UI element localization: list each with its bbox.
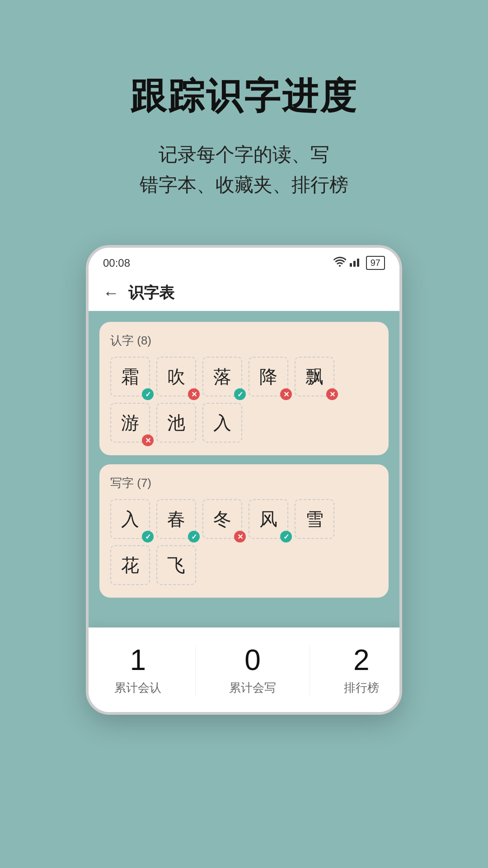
recognize-number: 1 (130, 646, 146, 675)
badge-red: ✕ (326, 388, 338, 400)
write-number: 0 (244, 646, 261, 675)
app-header: ← 识字表 (89, 274, 399, 311)
back-button[interactable]: ← (103, 283, 119, 302)
char-cell-落[interactable]: 落 ✓ (202, 357, 242, 396)
svg-rect-2 (357, 259, 359, 267)
char-cell-雪[interactable]: 雪 (295, 499, 334, 539)
svg-rect-1 (353, 261, 356, 267)
stat-write: 0 累计会写 (229, 646, 276, 696)
status-bar: 00:08 97 (89, 248, 399, 274)
signal-icon (350, 257, 362, 269)
screen-title: 识字表 (128, 283, 174, 303)
main-title: 跟踪识字进度 (130, 72, 358, 121)
char-cell-游[interactable]: 游 ✕ (110, 403, 150, 443)
subtitle-line2: 错字本、收藏夹、排行榜 (140, 174, 348, 195)
recognize-label-stat: 累计会认 (114, 680, 161, 696)
char-cell-风[interactable]: 风 ✓ (249, 499, 288, 539)
char-cell-吹[interactable]: 吹 ✕ (156, 357, 196, 396)
divider-2 (310, 646, 310, 696)
phone-content: 认字 (8) 霜 ✓ 吹 ✕ 落 ✓ (89, 311, 399, 627)
subtitle: 记录每个字的读、写 错字本、收藏夹、排行榜 (140, 139, 348, 200)
write-label: 写字 (7) (110, 475, 378, 491)
write-grid: 入 ✓ 春 ✓ 冬 ✕ 风 ✓ (110, 499, 378, 585)
divider-1 (195, 646, 196, 696)
badge-red: ✕ (188, 388, 200, 400)
char-cell-池[interactable]: 池 (156, 403, 196, 443)
stat-leaderboard[interactable]: 2 排行榜 (344, 646, 379, 696)
char-cell-降[interactable]: 降 ✕ (249, 357, 288, 396)
badge-green: ✓ (280, 531, 292, 542)
status-icons: 97 (333, 256, 385, 270)
status-time: 00:08 (103, 257, 130, 269)
char-cell-冬[interactable]: 冬 ✕ (202, 499, 242, 539)
char-cell-入2[interactable]: 入 ✓ (110, 499, 150, 539)
char-cell-春[interactable]: 春 ✓ (156, 499, 196, 539)
recognize-label: 认字 (8) (110, 333, 378, 349)
leaderboard-label: 排行榜 (344, 680, 379, 696)
char-cell-飘[interactable]: 飘 ✕ (295, 357, 334, 396)
write-section: 写字 (7) 入 ✓ 春 ✓ 冬 ✕ (99, 464, 389, 598)
badge-red: ✕ (234, 531, 246, 542)
stat-recognize: 1 累计会认 (114, 646, 161, 696)
badge-green: ✓ (142, 388, 154, 400)
char-cell-入1[interactable]: 入 (202, 403, 242, 443)
stats-panel: 1 累计会认 0 累计会写 2 排行榜 (89, 627, 402, 712)
badge-red: ✕ (280, 388, 292, 400)
subtitle-line1: 记录每个字的读、写 (159, 144, 329, 165)
write-label-stat: 累计会写 (229, 680, 276, 696)
char-cell-霜[interactable]: 霜 ✓ (110, 357, 150, 396)
recognize-grid: 霜 ✓ 吹 ✕ 落 ✓ 降 ✕ (110, 357, 378, 443)
char-cell-花[interactable]: 花 (110, 545, 150, 585)
badge-green: ✓ (142, 531, 154, 542)
battery-icon: 97 (366, 256, 385, 270)
badge-green: ✓ (188, 531, 200, 542)
char-cell-飞[interactable]: 飞 (156, 545, 196, 585)
svg-rect-0 (350, 263, 352, 267)
leaderboard-number: 2 (353, 646, 370, 675)
phone-wrapper: 00:08 97 ← 识字表 认字 (8) (68, 245, 420, 715)
badge-green: ✓ (234, 388, 246, 400)
recognize-section: 认字 (8) 霜 ✓ 吹 ✕ 落 ✓ (99, 322, 389, 455)
phone-mockup: 00:08 97 ← 识字表 认字 (8) (86, 245, 402, 715)
wifi-icon (333, 257, 346, 269)
badge-red: ✕ (142, 434, 154, 446)
top-section: 跟踪识字进度 记录每个字的读、写 错字本、收藏夹、排行榜 (0, 0, 488, 227)
